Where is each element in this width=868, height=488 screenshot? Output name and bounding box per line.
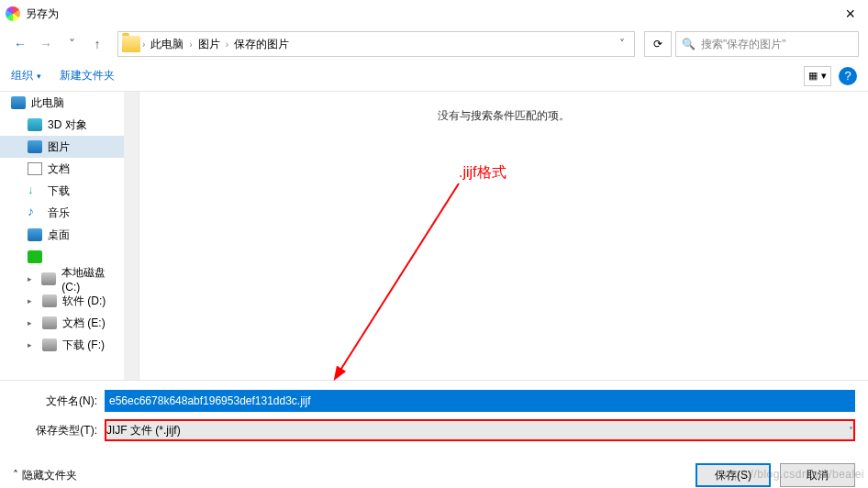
disk-icon [42,338,57,351]
tree-root[interactable]: 此电脑 [0,92,139,114]
tree-item[interactable]: 下载 [0,180,139,202]
chevron-right-icon: › [142,39,145,50]
empty-message: 没有与搜索条件匹配的项。 [438,108,570,380]
filetype-select[interactable]: JIJF 文件 (*.jijf) ˅ [105,419,855,441]
tree-item[interactable]: 音乐 [0,202,139,224]
watermark: https://blog.csdn.net/bealei [720,468,864,481]
app-icon [6,6,20,21]
path-segment[interactable]: 图片 [195,37,224,52]
3d-icon [28,118,42,131]
desktop-icon [28,228,42,241]
disk-icon [42,316,57,329]
folder-tree: 此电脑 3D 对象 图片 文档 下载 音乐 桌面 ▸本地磁盘 (C:) ▸软件 … [0,92,139,380]
expand-icon[interactable]: ▸ [28,318,37,327]
back-button[interactable]: ← [9,33,31,55]
disk-icon [42,294,57,307]
chevron-right-icon: › [226,39,228,50]
file-list: 没有与搜索条件匹配的项。 [139,92,868,380]
close-button[interactable]: × [838,5,862,24]
chevron-down-icon: ˅ [849,426,853,436]
tree-item[interactable]: ▸文档 (E:) [0,312,139,334]
up-button[interactable]: ˅ [61,33,83,55]
pc-icon [11,96,26,109]
app-icon [28,250,42,263]
new-folder-button[interactable]: 新建文件夹 [60,68,115,83]
folder-icon [122,36,140,52]
chevron-right-icon: › [189,39,192,50]
documents-icon [28,162,42,175]
disk-icon [41,272,56,285]
tree-item[interactable]: 文档 [0,158,139,180]
tree-item[interactable]: 图片 [0,136,139,158]
filetype-label: 保存类型(T): [13,423,105,438]
hide-folders-toggle[interactable]: ˄ 隐藏文件夹 [13,468,77,483]
expand-icon[interactable]: ▸ [28,340,37,349]
chevron-up-icon: ˄ [13,469,18,482]
organize-menu[interactable]: 组织▾ [11,68,41,83]
window-title: 另存为 [26,6,59,22]
refresh-button[interactable]: ⟳ [644,31,672,57]
chevron-down-icon[interactable]: ˅ [614,38,630,50]
view-button[interactable]: ▦ ▾ [804,66,831,86]
tree-item[interactable]: ▸软件 (D:) [0,290,139,312]
tree-item[interactable]: 桌面 [0,224,139,246]
expand-icon[interactable]: ▸ [28,296,37,305]
filename-label: 文件名(N): [13,394,105,409]
path-segment[interactable]: 此电脑 [147,37,187,52]
tree-item[interactable]: ▸下载 (F:) [0,334,139,356]
search-placeholder: 搜索"保存的图片" [701,37,786,52]
forward-button[interactable]: → [35,33,57,55]
downloads-icon [28,184,42,197]
tree-item[interactable]: 3D 对象 [0,114,139,136]
search-input[interactable]: 🔍 搜索"保存的图片" [675,31,859,57]
address-bar[interactable]: › 此电脑 › 图片 › 保存的图片 ˅ [117,31,635,57]
help-button[interactable]: ? [839,67,857,85]
expand-icon[interactable]: ▸ [28,274,36,283]
tree-item[interactable]: ▸本地磁盘 (C:) [0,268,139,290]
search-icon: 🔍 [682,38,696,50]
path-segment[interactable]: 保存的图片 [230,37,293,52]
filename-input[interactable] [105,390,855,412]
music-icon [28,206,42,219]
pictures-icon [28,140,42,153]
up-dir-button[interactable]: ↑ [86,33,108,55]
